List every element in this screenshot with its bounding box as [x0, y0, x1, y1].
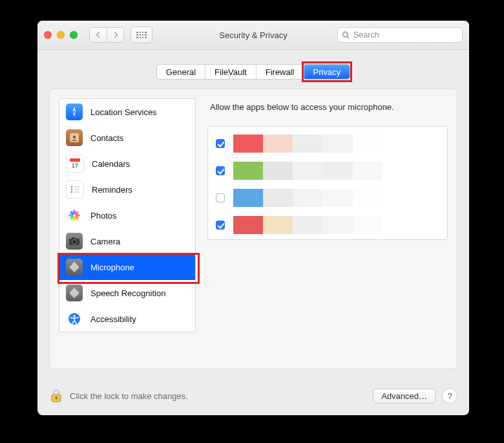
sidebar-item-label: Accessibility [90, 314, 136, 324]
chevron-left-icon [95, 32, 101, 38]
lock-hint: Click the lock to make changes. [70, 391, 188, 401]
camera-icon [66, 233, 83, 250]
tab-row: GeneralFileVaultFirewallPrivacy [49, 64, 457, 80]
svg-point-7 [71, 186, 73, 188]
sidebar-item-label: Calendars [92, 159, 130, 169]
app-entry-obscured [233, 189, 442, 207]
app-access-checkbox[interactable] [216, 221, 225, 230]
app-access-checkbox[interactable] [216, 139, 225, 148]
help-button[interactable]: ? [442, 388, 457, 404]
chevron-right-icon [112, 32, 119, 38]
titlebar: Security & Privacy Search [37, 21, 469, 50]
accessibility-icon [66, 310, 83, 327]
sidebar-item-label: Camera [90, 237, 120, 246]
compass-icon [66, 103, 83, 120]
app-entry-obscured [233, 216, 442, 234]
sidebar-item-camera[interactable]: Camera [59, 228, 195, 254]
calendar-icon: 17 [66, 155, 84, 173]
search-icon [342, 31, 350, 39]
pane-description: Allow the apps below to access your micr… [210, 102, 445, 112]
grid-icon [136, 32, 146, 39]
minimize-icon[interactable] [57, 31, 65, 39]
sidebar-item-label: Photos [90, 211, 116, 221]
sidebar-item-label: Speech Recognition [90, 288, 165, 298]
sidebar-item-label: Contacts [90, 133, 123, 143]
sidebar-item-label: Location Services [90, 107, 157, 117]
app-row [213, 188, 442, 208]
svg-point-22 [72, 240, 77, 244]
zoom-icon[interactable] [70, 31, 78, 39]
app-list [207, 126, 448, 240]
sidebar-item-label: Microphone [90, 263, 134, 272]
tab-filevault[interactable]: FileVault [205, 65, 257, 79]
svg-point-9 [71, 191, 73, 193]
privacy-panel: Location ServicesContacts17CalendarsRemi… [49, 89, 457, 369]
microphone-wave-icon [66, 285, 83, 301]
sidebar-item-accessibility[interactable]: Accessibility [59, 306, 195, 332]
window-footer: Click the lock to make changes. Advanced… [37, 380, 469, 415]
content-area: GeneralFileVaultFirewallPrivacy Location… [37, 50, 469, 378]
preferences-window: Security & Privacy Search GeneralFileVau… [37, 21, 469, 415]
svg-text:17: 17 [72, 162, 78, 169]
app-entry-obscured [233, 162, 442, 180]
search-input[interactable]: Search [337, 27, 463, 43]
lock-icon[interactable] [49, 388, 63, 404]
app-row [213, 160, 442, 181]
sidebar-item-calendars[interactable]: 17Calendars [59, 151, 195, 177]
svg-rect-5 [70, 158, 80, 162]
microphone-wave-icon [66, 259, 83, 276]
svg-point-8 [71, 189, 73, 191]
svg-rect-23 [72, 237, 75, 239]
address-book-icon [66, 129, 83, 146]
sidebar-item-label: Reminders [92, 185, 132, 195]
sidebar-item-photos[interactable]: Photos [59, 202, 195, 228]
svg-rect-42 [56, 398, 56, 400]
forward-button[interactable] [107, 28, 123, 42]
app-access-checkbox[interactable] [216, 193, 225, 202]
app-row [213, 215, 442, 235]
svg-point-39 [73, 315, 75, 317]
nav-buttons [89, 27, 124, 43]
search-placeholder: Search [353, 30, 379, 39]
window-controls [44, 31, 78, 39]
show-all-button[interactable] [131, 27, 152, 43]
tab-general[interactable]: General [157, 65, 205, 79]
svg-line-1 [347, 36, 349, 38]
app-access-checkbox[interactable] [216, 166, 225, 175]
app-entry-obscured [233, 135, 442, 153]
photos-flower-icon [66, 207, 83, 224]
svg-point-0 [343, 32, 348, 38]
sidebar-item-speech[interactable]: Speech Recognition [59, 280, 195, 306]
category-sidebar: Location ServicesContacts17CalendarsRemi… [59, 98, 196, 332]
svg-point-4 [73, 136, 76, 139]
app-row [213, 133, 442, 154]
sidebar-item-microphone[interactable]: Microphone [59, 254, 195, 280]
tab-privacy[interactable]: Privacy [304, 65, 350, 79]
tab-firewall[interactable]: Firewall [257, 65, 304, 79]
sidebar-item-reminders[interactable]: Reminders [59, 177, 195, 202]
sidebar-item-location-services[interactable]: Location Services [59, 99, 195, 125]
close-icon[interactable] [44, 31, 52, 39]
right-pane: Allow the apps below to access your micr… [207, 98, 448, 240]
svg-point-2 [74, 111, 76, 113]
advanced-button[interactable]: Advanced… [373, 389, 436, 404]
sidebar-item-contacts[interactable]: Contacts [59, 125, 195, 151]
reminders-icon [66, 180, 84, 199]
back-button[interactable] [90, 28, 107, 42]
